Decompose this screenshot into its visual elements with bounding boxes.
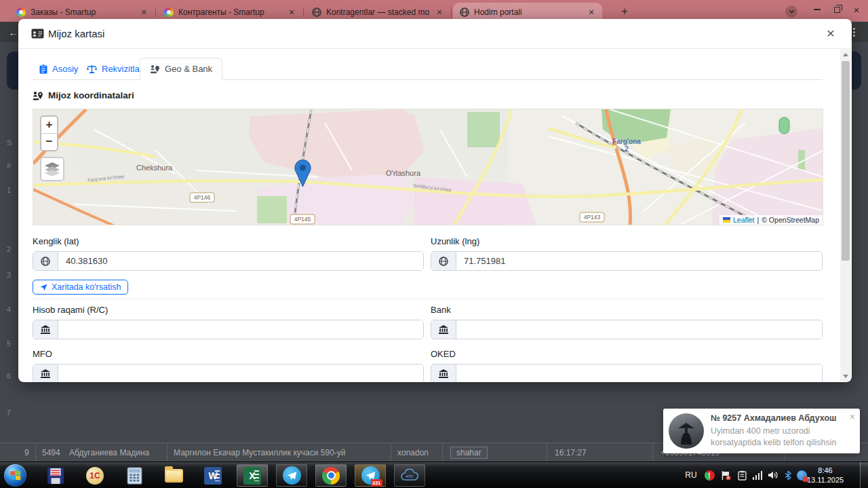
bg-cell-num: 9 xyxy=(24,443,29,462)
bg-cell-area: shahar xyxy=(450,443,488,462)
bank-input[interactable] xyxy=(456,320,822,339)
lng-label: Uzunlik (lng) xyxy=(431,236,479,246)
clock-date: 13.11.2025 xyxy=(799,475,852,485)
lng-input[interactable] xyxy=(456,252,822,270)
taskbar-telegram[interactable] xyxy=(276,464,307,487)
taskbar-1c-app[interactable]: 1С xyxy=(81,464,108,487)
bg-cell-address: Маргилон Екачар Мустакиллик кучаси 590-у… xyxy=(174,443,387,462)
taskbar-chrome[interactable] xyxy=(315,464,347,487)
town-label: Chekshura xyxy=(136,164,172,172)
bg-row-marker: 3 xyxy=(7,271,11,279)
mfo-label: MFO xyxy=(33,349,52,359)
volume-icon[interactable] xyxy=(766,468,780,482)
show-on-map-label: Xaritada ko'rsatish xyxy=(52,282,121,292)
tab-geo-bank-active[interactable]: Geo & Bank xyxy=(140,58,222,80)
tab-close-icon[interactable]: × xyxy=(434,7,445,18)
zoom-out-button[interactable]: − xyxy=(41,134,57,151)
windows-logo-icon xyxy=(11,471,21,481)
bank-icon xyxy=(33,320,58,339)
clipboard-icon xyxy=(39,64,47,74)
tab-label: Geo & Bank xyxy=(165,64,212,74)
taskbar-save-app[interactable] xyxy=(42,464,69,487)
lng-input-group xyxy=(431,251,823,271)
oked-label: OKED xyxy=(431,349,456,359)
action-center-flag-icon[interactable] xyxy=(719,468,732,482)
account-input[interactable] xyxy=(58,320,423,339)
lat-input[interactable] xyxy=(58,252,423,270)
chrome-icon xyxy=(322,467,340,485)
section-heading: Mijoz koordinatalari xyxy=(33,90,134,100)
language-indicator[interactable]: RU xyxy=(682,468,700,482)
leaflet-link[interactable]: Leaflet xyxy=(733,216,755,224)
globe-icon xyxy=(33,252,58,270)
mijoz-kartasi-modal: Mijoz kartasi × Asosiy Rekvizitlar Geo &… xyxy=(18,19,852,382)
tab-title: Заказы - Smartup xyxy=(31,7,134,17)
taskbar-explorer[interactable] xyxy=(160,464,187,487)
scrollbar-thumb[interactable] xyxy=(842,61,850,261)
balance-scale-icon xyxy=(87,64,97,74)
zoom-in-button[interactable]: + xyxy=(41,117,57,134)
tab-rekvizitlar[interactable]: Rekvizitlar xyxy=(83,58,146,79)
account-input-group xyxy=(33,320,424,339)
leaflet-map[interactable]: 4P146 4P145 4P143 Chekshura O'rtashura F… xyxy=(33,109,823,225)
bg-row-marker: 4 xyxy=(7,305,11,314)
start-button[interactable] xyxy=(4,464,26,487)
map-layers-button[interactable] xyxy=(40,157,64,181)
modal-scrollbar[interactable] xyxy=(840,50,851,381)
smartup-favicon-icon xyxy=(164,7,174,17)
bluetooth-icon[interactable] xyxy=(781,468,795,482)
globe-icon xyxy=(431,252,456,270)
town-label: O'rtashura xyxy=(386,169,420,177)
map-marker-icon[interactable] xyxy=(294,159,311,190)
bank-icon xyxy=(431,364,456,382)
window-close-button[interactable]: × xyxy=(848,3,865,16)
tab-label: Rekvizitlar xyxy=(102,64,142,74)
globe-favicon-icon xyxy=(460,7,469,17)
taskbar: 1С W X 331 ATC RU ! xyxy=(0,462,868,488)
lat-input-group xyxy=(33,251,424,271)
toast-body: Uyimdan 400 metr uzorodikorsatyaptida ke… xyxy=(711,426,854,449)
mfo-input[interactable] xyxy=(58,364,423,382)
bank-input-group xyxy=(431,320,823,339)
tab-close-icon[interactable]: × xyxy=(286,7,297,18)
tab-close-icon[interactable]: × xyxy=(586,7,597,18)
taskbar-clock[interactable]: 8:46 13.11.2025 xyxy=(799,466,852,485)
updates-tray-icon[interactable] xyxy=(735,468,749,482)
taskbar-calc-app[interactable] xyxy=(121,464,148,487)
taskbar-telegram-2[interactable]: 331 xyxy=(355,464,386,487)
modal-close-icon[interactable]: × xyxy=(822,24,840,42)
antivirus-tray-icon[interactable]: ! xyxy=(703,468,716,482)
oked-input[interactable] xyxy=(456,364,822,382)
notification-toast[interactable]: № 9257 Ахмадалиев Абдухош... × Uyimdan 4… xyxy=(663,409,860,453)
calculator-icon xyxy=(126,467,143,485)
map-attribution: Leaflet | © OpenStreetMap xyxy=(719,215,823,225)
taskbar-excel[interactable]: X xyxy=(237,464,268,487)
telegram-badge: 331 xyxy=(371,479,382,487)
show-desktop-button[interactable] xyxy=(860,462,868,488)
tab-asosiy[interactable]: Asosiy xyxy=(35,58,82,79)
cloud-atc-icon: ATC xyxy=(399,468,420,484)
taskbar-word[interactable]: W xyxy=(199,464,226,487)
window-minimize-button[interactable] xyxy=(808,3,826,16)
toast-avatar xyxy=(669,413,704,449)
section-heading-label: Mijoz koordinatalari xyxy=(48,90,134,100)
floppy-disk-icon xyxy=(47,467,64,485)
id-card-icon xyxy=(31,29,44,41)
bg-row-marker: 5 xyxy=(7,339,11,348)
taskbar-cloud-app[interactable]: ATC xyxy=(394,464,425,487)
tab-search-chevron-icon[interactable] xyxy=(785,5,797,18)
toast-close-icon[interactable]: × xyxy=(850,411,855,422)
tab-title: Hodim portali xyxy=(474,7,581,17)
tab-title: Kontragentlar — stacked modal ( xyxy=(326,7,429,17)
show-on-map-button[interactable]: Xaritada ko'rsatish xyxy=(33,280,128,295)
network-signal-icon[interactable] xyxy=(751,468,764,482)
road-shield: 4P145 xyxy=(294,216,311,223)
new-tab-button[interactable]: + xyxy=(616,3,633,20)
smartup-favicon-icon xyxy=(16,7,26,17)
telegram-icon xyxy=(283,466,301,485)
osm-link[interactable]: © OpenStreetMap xyxy=(762,216,819,224)
tab-close-icon[interactable]: × xyxy=(138,7,149,18)
map-marked-icon xyxy=(150,64,160,74)
window-restore-button[interactable] xyxy=(828,3,846,16)
bg-row-marker: # xyxy=(7,162,11,170)
